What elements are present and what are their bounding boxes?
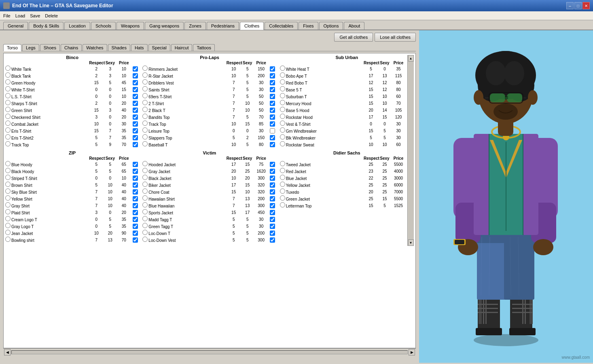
close-button[interactable]: ✕ <box>582 2 590 9</box>
sub-tab-watches[interactable]: Watches <box>83 44 107 51</box>
sub-tab-haircut[interactable]: Haircut <box>171 44 193 51</box>
item-checkbox-jean-jacket[interactable] <box>133 231 138 236</box>
item-checkbox-gray-logo-t[interactable] <box>133 224 138 229</box>
v-scroll-track[interactable] <box>408 61 414 239</box>
item-checkbox-green-shirt[interactable] <box>133 108 138 113</box>
item-radio-bobo-ape-t[interactable] <box>280 72 285 78</box>
sub-tab-torso[interactable]: Torso <box>3 44 21 51</box>
item-radio-letterman-top[interactable] <box>280 202 285 207</box>
sub-tab-special[interactable]: Special <box>148 44 170 51</box>
item-radio-saints-shirt[interactable] <box>142 86 148 91</box>
menu-load[interactable]: Load <box>15 13 25 18</box>
item-radio-white-tank[interactable] <box>5 66 11 71</box>
tab-location[interactable]: Location <box>64 22 90 30</box>
item-radio-leisure-top[interactable] <box>142 127 148 133</box>
item-radio-loc-down-t[interactable] <box>142 230 148 235</box>
item-radio-blue-hoody[interactable] <box>5 161 11 166</box>
item-radio-rimmers-jacket[interactable] <box>142 66 148 71</box>
tab-about[interactable]: About <box>344 22 364 30</box>
item-radio-r-star-jacket[interactable] <box>142 72 148 78</box>
item-radio-striped-t-shirt[interactable] <box>5 175 11 180</box>
item-checkbox-yellow-shirt[interactable] <box>133 196 138 201</box>
item-checkbox-hooded-jacket[interactable] <box>270 162 275 167</box>
item-radio-blue-hawaiian[interactable] <box>142 202 148 207</box>
item-radio-white-heat-t[interactable] <box>280 66 285 71</box>
item-checkbox-white-t-shirt[interactable] <box>133 87 138 92</box>
item-checkbox-hawaiian-shirt[interactable] <box>270 196 275 201</box>
sub-tab-hats[interactable]: Hats <box>131 44 148 51</box>
item-checkbox-black-jacket[interactable] <box>270 176 275 181</box>
item-radio-69ers-t-shirt[interactable] <box>142 93 148 98</box>
item-radio-bowling-shirt[interactable] <box>5 237 11 242</box>
item-radio-rockstar-sweat[interactable] <box>280 141 285 146</box>
item-checkbox-baseball-t[interactable] <box>270 142 275 147</box>
item-checkbox-checkered-shirt[interactable] <box>133 114 138 120</box>
item-radio-biker-jacket[interactable] <box>142 182 148 187</box>
sub-tab-legs[interactable]: Legs <box>22 44 39 51</box>
item-checkbox-gray-jacket[interactable] <box>270 169 275 174</box>
item-checkbox-rimmers-jacket[interactable] <box>270 66 275 72</box>
item-checkbox-loc-down-vest[interactable] <box>270 237 275 243</box>
item-radio-sky-blue-shirt[interactable] <box>5 188 11 194</box>
item-checkbox-bandits-top[interactable] <box>270 114 275 120</box>
item-checkbox-combat-jacket[interactable] <box>133 121 138 127</box>
item-radio-black-tank[interactable] <box>5 72 11 78</box>
item-radio-green-tagg-t[interactable] <box>142 223 148 228</box>
item-radio-2-black-t[interactable] <box>142 107 148 112</box>
item-checkbox-slappers-top[interactable] <box>270 135 275 140</box>
item-checkbox-blue-hawaiian[interactable] <box>270 203 275 208</box>
item-radio-slappers-top[interactable] <box>142 134 148 140</box>
item-checkbox-sharps-t-shirt[interactable] <box>133 101 138 106</box>
item-checkbox-white-tank[interactable] <box>133 66 138 72</box>
item-checkbox-2-t-shirt[interactable] <box>270 101 275 106</box>
menu-file[interactable]: File <box>3 13 11 18</box>
item-checkbox-madd-tagg-t[interactable] <box>270 217 275 222</box>
item-radio-combat-jacket[interactable] <box>5 121 11 126</box>
item-radio-baseball-t[interactable] <box>142 141 148 146</box>
item-radio-cream-logo-t[interactable] <box>5 216 11 221</box>
sub-tab-tattoos[interactable]: Tattoos <box>193 44 214 51</box>
item-radio-blk-windbreaker[interactable] <box>280 134 285 140</box>
item-checkbox-eris-t-shirt2[interactable] <box>133 135 138 140</box>
item-radio-gray-jacket[interactable] <box>142 168 148 173</box>
item-checkbox-green-tagg-t[interactable] <box>270 224 275 229</box>
item-checkbox-2-black-t[interactable] <box>270 108 275 113</box>
item-radio-black-hoody[interactable] <box>5 168 11 173</box>
item-radio-vest-&-t-shirt[interactable] <box>280 121 285 126</box>
item-checkbox-chore-coat[interactable] <box>270 189 275 195</box>
tab-schools[interactable]: Schools <box>91 22 116 30</box>
item-checkbox-dribblers-vest[interactable] <box>270 80 275 85</box>
item-radio-sports-jacket[interactable] <box>142 209 148 214</box>
menu-delete[interactable]: Delete <box>45 13 58 18</box>
item-checkbox-cream-logo-t[interactable] <box>133 217 138 222</box>
item-radio-red-jacket[interactable] <box>280 168 285 173</box>
item-checkbox-bowling-shirt[interactable] <box>133 237 138 243</box>
h-scroll-track[interactable] <box>11 350 408 354</box>
item-radio-2-t-shirt[interactable] <box>142 100 148 105</box>
item-radio-hooded-jacket[interactable] <box>142 161 148 166</box>
tab-collectables[interactable]: Collectables <box>265 22 298 30</box>
item-checkbox-r-star-jacket[interactable] <box>270 73 275 78</box>
item-checkbox-blue-hoody[interactable] <box>133 162 138 167</box>
item-radio-tuxedo[interactable] <box>280 188 285 194</box>
item-radio-dribblers-vest[interactable] <box>142 79 148 85</box>
item-checkbox-plaid-shirt[interactable] <box>133 210 138 215</box>
item-radio-yellow-jacket[interactable] <box>280 182 285 187</box>
item-radio-madd-tagg-t[interactable] <box>142 216 148 221</box>
sub-tab-chains[interactable]: Chains <box>61 44 82 51</box>
scroll-down-button[interactable]: ▼ <box>408 239 414 246</box>
item-radio-hawaiian-shirt[interactable] <box>142 195 148 201</box>
item-radio-bandits-top[interactable] <box>142 114 148 119</box>
minimize-button[interactable]: – <box>566 2 574 9</box>
item-checkbox-sky-blue-shirt[interactable] <box>133 189 138 195</box>
item-checkbox-striped-t-shirt[interactable] <box>133 176 138 181</box>
scroll-right-button[interactable]: ▶ <box>409 349 415 356</box>
item-checkbox-gray-shirt[interactable] <box>133 203 138 208</box>
item-radio-sharps-t-shirt[interactable] <box>5 100 11 105</box>
item-radio-eris-t-shirt2[interactable] <box>5 134 11 140</box>
tab-clothes[interactable]: Clothes <box>240 22 264 30</box>
item-checkbox-track-top[interactable] <box>133 142 138 147</box>
scroll-up-button[interactable]: ▲ <box>408 55 414 61</box>
item-radio-brown-shirt[interactable] <box>5 182 11 187</box>
item-radio-red-bobo-t[interactable] <box>280 79 285 85</box>
